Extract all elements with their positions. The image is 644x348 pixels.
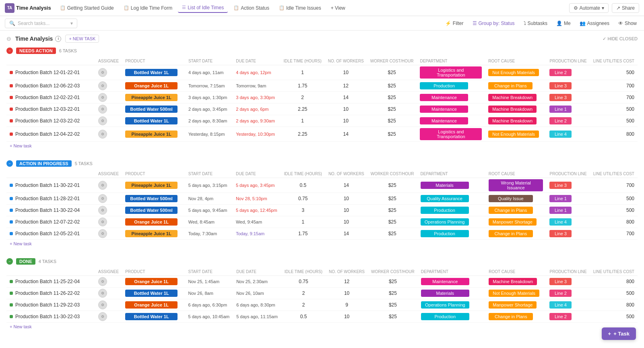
col-header-cost: WORKER COST/HOUR <box>367 57 417 65</box>
table-row[interactable]: Production Batch 11-30-22-03⚙Bottled Wat… <box>6 311 638 323</box>
department-badge: Operations Planning <box>421 301 469 309</box>
start-date: 5 days ago, 9:45am <box>188 208 227 213</box>
start-date: 5 days ago, 10:45am <box>188 314 229 319</box>
table-row[interactable]: Production Batch 11-26-22-02⚙Bottled Wat… <box>6 288 638 299</box>
assignee-avatar[interactable]: ⚙ <box>98 194 107 203</box>
show-button[interactable]: 👁 Show <box>616 19 639 27</box>
hide-closed-button[interactable]: ✓ HIDE CLOSED <box>603 36 638 41</box>
task-dot <box>10 220 13 224</box>
collapse-icon[interactable]: ⊖ <box>6 35 11 42</box>
new-task-link-action-in-progress[interactable]: + New task <box>6 240 35 248</box>
share-button[interactable]: ↗ Share <box>612 3 639 13</box>
tab-view[interactable]: + View <box>327 4 349 12</box>
department-badge: Operations Planning <box>421 218 469 226</box>
assignee-avatar[interactable]: ⚙ <box>98 93 107 102</box>
task-name: Production Batch 11-28-22-01 <box>15 196 80 201</box>
table-row[interactable]: Production Batch 12-07-22-02⚙Orange Juic… <box>6 216 638 228</box>
new-task-button[interactable]: + NEW TASK <box>65 35 99 43</box>
subtasks-icon: ⤵ <box>524 21 526 26</box>
table-row[interactable]: Production Batch 12-03-22-02⚙Bottled Wat… <box>6 115 638 127</box>
production-line-badge: Line 3 <box>549 94 572 101</box>
worker-cost: $25 <box>367 228 417 240</box>
assignee-avatar[interactable]: ⚙ <box>98 68 107 77</box>
idle-time: 2 <box>281 299 326 311</box>
section-toggle-action-in-progress[interactable]: − <box>6 160 13 167</box>
root-cause-badge: Not Enough Materials <box>488 130 539 138</box>
section-toggle-needs-action[interactable]: − <box>6 48 13 54</box>
table-row[interactable]: Production Batch 11-29-22-03⚙Orange Juic… <box>6 299 638 311</box>
me-button[interactable]: 👤 Me <box>554 19 573 27</box>
task-dot <box>10 292 13 295</box>
assignee-avatar[interactable]: ⚙ <box>98 300 107 309</box>
assignee-avatar[interactable]: ⚙ <box>98 289 107 298</box>
due-date: 3 days ago, 3:30pm <box>236 95 275 100</box>
automate-button[interactable]: ⚙ Automate ▾ <box>569 3 609 13</box>
due-date: Nov 28, 5:10pm <box>236 196 267 201</box>
production-line-badge: Line 3 <box>549 278 572 285</box>
assignee-avatar[interactable]: ⚙ <box>98 277 107 286</box>
group-by-button[interactable]: ☰ Group by: Status <box>470 19 517 27</box>
table-row[interactable]: Production Batch 12-06-22-03⚙Orange Juic… <box>6 80 638 92</box>
task-dot <box>10 303 13 307</box>
tab-getting-started[interactable]: 📋 Getting Started Guide <box>56 4 118 12</box>
section-needs-action: − NEEDS ACTION 6 TASKS ASSIGNEE PRODUCT … <box>6 45 638 150</box>
subtasks-button[interactable]: ⤵ Subtasks <box>521 19 550 27</box>
due-date: Today, 9:15am <box>236 231 264 236</box>
table-row[interactable]: Production Batch 11-28-22-01⚙Bottled Wat… <box>6 193 638 205</box>
col-header-idle-2: IDLE TIME (HOURS) <box>281 170 325 178</box>
assignee-avatar[interactable]: ⚙ <box>98 130 107 139</box>
task-name: Production Batch 11-30-22-01 <box>15 182 80 188</box>
production-line-badge: Line 1 <box>549 195 572 202</box>
table-row[interactable]: Production Batch 12-02-22-01⚙Pineapple J… <box>6 92 638 104</box>
assignee-avatar[interactable]: ⚙ <box>98 312 107 321</box>
assignee-avatar[interactable]: ⚙ <box>98 81 107 90</box>
search-box[interactable]: 🔍 Search tasks... ▾ <box>5 19 77 28</box>
workers-count: 12 <box>326 276 368 288</box>
assignee-avatar[interactable]: ⚙ <box>98 206 107 215</box>
section-toggle-done[interactable]: − <box>6 258 13 265</box>
table-row[interactable]: Production Batch 12-01-22-01⚙Bottled Wat… <box>6 65 638 80</box>
assignee-avatar[interactable]: ⚙ <box>98 181 107 190</box>
due-date: 2 days ago, 6pm <box>236 107 268 112</box>
task-dot <box>10 71 13 74</box>
table-row[interactable]: Production Batch 12-03-22-01⚙Bottled Wat… <box>6 104 638 115</box>
col-header-line-2: PRODUCTION LINE <box>546 170 590 178</box>
table-row[interactable]: Production Batch 12-04-22-02⚙Pineapple J… <box>6 127 638 142</box>
col-header-task <box>6 57 95 65</box>
assignee-avatar[interactable]: ⚙ <box>98 218 107 226</box>
col-header-idle-3: IDLE TIME (HOURS) <box>281 268 326 276</box>
start-date: 6 days ago, 6:30pm <box>188 302 227 307</box>
col-header-product-2: PRODUCT <box>122 170 185 178</box>
tab-action-status[interactable]: 📋 Action Status <box>229 4 273 12</box>
assignee-avatar[interactable]: ⚙ <box>98 105 107 114</box>
filter-button[interactable]: ⚡ Filter <box>443 19 466 27</box>
col-header-workers-2: NO. OF WORKERS <box>325 170 367 178</box>
table-row[interactable]: Production Batch 11-30-22-01⚙Pineapple J… <box>6 178 638 193</box>
tab-log-idle[interactable]: 📋 Log Idle Time Form <box>120 4 176 12</box>
new-task-link-done[interactable]: + New task <box>6 323 35 331</box>
workers-count: 10 <box>325 115 367 127</box>
production-line-badge: Line 3 <box>549 182 572 189</box>
plus-task-button[interactable]: + + Task <box>602 327 636 340</box>
assignee-avatar[interactable]: ⚙ <box>98 116 107 125</box>
workers-count: 14 <box>325 178 367 193</box>
table-row[interactable]: Production Batch 12-05-22-01⚙Pineapple J… <box>6 228 638 240</box>
task-dot <box>10 84 13 87</box>
idle-time: 2.25 <box>281 127 325 142</box>
utilities-cost: 800 <box>590 127 638 142</box>
toolbar: 🔍 Search tasks... ▾ ⚡ Filter ☰ Group by:… <box>0 16 644 31</box>
table-row[interactable]: Production Batch 11-30-22-04⚙Bottled Wat… <box>6 205 638 216</box>
new-task-link-needs-action[interactable]: + New task <box>6 142 35 150</box>
tab-idle-issues[interactable]: 📋 Idle Time Issues <box>275 4 325 12</box>
assignees-button[interactable]: 👥 Assignees <box>577 19 612 27</box>
info-icon[interactable]: i <box>55 36 61 42</box>
tab-list-idle[interactable]: ☰ List of Idle Times <box>178 3 228 13</box>
table-row[interactable]: Production Batch 11-25-22-04⚙Orange Juic… <box>6 276 638 288</box>
share-icon: ↗ <box>616 5 620 11</box>
task-name: Production Batch 11-29-22-03 <box>15 302 80 308</box>
due-date: Tomorrow, 9am <box>236 83 266 88</box>
col-header-util: LINE UTILITIES COST <box>590 57 638 65</box>
assignee-avatar[interactable]: ⚙ <box>98 229 107 238</box>
idle-time: 2 <box>281 288 326 299</box>
section-label-done: DONE <box>16 258 35 265</box>
